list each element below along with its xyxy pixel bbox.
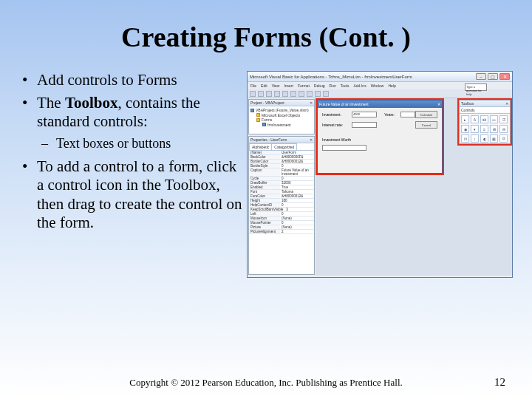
property-value[interactable]: 0 (280, 203, 314, 207)
toolbox-control-icon[interactable]: ▾ (471, 125, 479, 133)
toolbox-control-icon[interactable]: ◉ (461, 125, 469, 133)
property-name: PictureAlignment (249, 230, 280, 233)
userform-close-icon[interactable]: ✕ (437, 102, 440, 106)
toolbar-icon[interactable] (282, 91, 288, 97)
panel-close-icon[interactable]: ✕ (310, 137, 313, 142)
menu-help[interactable]: Help (388, 83, 395, 88)
property-name: MousePointer (249, 221, 280, 225)
toolbar-icon[interactable] (307, 91, 313, 97)
property-value[interactable]: 3 (284, 208, 314, 211)
toolbox-control-icon[interactable]: ↕ (471, 134, 479, 143)
userform-body[interactable]: Investment: 4000 Interest rate: Years: C… (318, 108, 442, 173)
property-value[interactable]: &H8000000F& (280, 155, 314, 159)
toolbox-control-icon[interactable]: ▸ (461, 115, 469, 123)
property-name: Height (249, 199, 280, 202)
property-value[interactable]: 0 (280, 164, 314, 168)
menu-tools[interactable]: Tools (341, 83, 349, 88)
toolbox-control-icon[interactable]: ▭ (490, 115, 498, 123)
property-value[interactable]: Tahoma (280, 190, 314, 194)
property-value[interactable]: 180 (280, 199, 314, 202)
bullet-2-bold: Toolbox (65, 94, 118, 112)
input-interest[interactable] (352, 122, 377, 128)
userform-designer[interactable]: Future Value of an Investment ✕ Investme… (317, 100, 443, 174)
toolbox-control-icon[interactable]: ☑ (499, 115, 508, 123)
toolbox-control-icon[interactable]: ◐ (480, 134, 488, 143)
toolbox-control-icon[interactable]: ⊡ (461, 134, 469, 143)
property-row[interactable]: PictureAlignment2 (249, 230, 314, 234)
tree-item[interactable]: frmInvestment (267, 123, 291, 128)
menu-view[interactable]: View (272, 83, 280, 88)
property-value[interactable]: True (280, 185, 314, 189)
panel-close-icon[interactable]: ✕ (505, 101, 508, 106)
menu-window[interactable]: Window (371, 83, 384, 88)
button-calculate[interactable]: Calculate (415, 111, 437, 118)
menu-addins[interactable]: Add-Ins (353, 83, 366, 88)
close-button[interactable]: ✕ (499, 73, 510, 80)
toolbox-control-icon[interactable]: ab (480, 115, 488, 123)
property-value[interactable]: (None) (280, 225, 314, 229)
label-investment: Investment: (322, 112, 341, 117)
property-grid[interactable]: (Name)UserFormBackColor&H8000000F&Border… (249, 151, 314, 234)
menu-insert[interactable]: Insert (284, 83, 293, 88)
project-tree[interactable]: VBAProject (Future_Value.xlsm) Microsoft… (249, 106, 314, 129)
toolbar-icon[interactable] (315, 91, 321, 97)
property-value[interactable]: UserForm (280, 151, 314, 154)
input-investment[interactable]: 4000 (352, 112, 377, 117)
toolbar-icon[interactable] (274, 91, 280, 97)
property-name: DrawBuffer (249, 181, 280, 185)
toolbox-control-icon[interactable]: ≡ (480, 125, 488, 133)
property-value[interactable]: (None) (280, 216, 314, 220)
minimize-button[interactable]: – (476, 73, 486, 80)
toolbox-control-icon[interactable]: ▦ (490, 134, 498, 143)
toolbox-tab[interactable]: Controls (460, 107, 510, 114)
toolbar-icon[interactable] (323, 91, 329, 97)
output-worth[interactable] (322, 145, 366, 151)
toolbox-panel: Toolbox ✕ Controls ▸Aab▭☑◉▾≡⊞⊟⊡↕◐▦⧉ (459, 100, 511, 144)
copyright-footer: Copyright © 2012 Pearson Education, Inc.… (0, 377, 532, 389)
help-search-box[interactable]: Type a question for help (465, 83, 487, 91)
toolbox-control-icon[interactable]: A (471, 115, 479, 123)
property-value[interactable]: 32000 (280, 181, 314, 185)
maximize-button[interactable]: ▢ (488, 73, 498, 80)
property-tabs: Alphabetic Categorized (249, 143, 314, 151)
toolbox-control-icon[interactable]: ⧉ (499, 134, 508, 143)
panel-close-icon[interactable]: ✕ (310, 100, 313, 105)
property-value[interactable]: 0 (280, 177, 314, 180)
property-name: ForeColor (249, 194, 280, 198)
property-row[interactable]: CaptionFuture Value of an Investment (249, 168, 314, 177)
property-name: BackColor (249, 155, 280, 159)
property-value[interactable]: Future Value of an Investment (280, 168, 314, 176)
menu-edit[interactable]: Edit (261, 83, 267, 88)
toolbar-icon[interactable] (266, 91, 272, 97)
property-value[interactable]: 2 (280, 230, 314, 233)
property-name: Cycle (249, 177, 280, 180)
tab-categorized[interactable]: Categorized (271, 143, 297, 150)
input-years[interactable] (400, 112, 415, 117)
button-cancel[interactable]: Cancel (415, 121, 437, 129)
toolbox-control-icon[interactable]: ⊞ (490, 125, 498, 133)
menu-run[interactable]: Run (330, 83, 336, 88)
toolbox-control-icon[interactable]: ⊟ (499, 125, 508, 133)
bullet-3: To add a control to a form, click a cont… (21, 157, 242, 232)
property-value[interactable]: &H80000012& (280, 194, 314, 198)
sub-bullet-1: Text boxes or buttons (21, 136, 242, 152)
property-value[interactable]: 0 (280, 221, 314, 225)
toolbar-icon[interactable] (250, 91, 256, 97)
menu-file[interactable]: File (250, 83, 256, 88)
bullet-1: Add controls to Forms (21, 71, 242, 89)
label-years: Years: (384, 112, 395, 117)
property-value[interactable]: 0 (280, 212, 314, 216)
tab-alphabetic[interactable]: Alphabetic (249, 143, 272, 150)
toolbar-icon[interactable] (299, 91, 304, 97)
toolbar-icon[interactable] (258, 91, 264, 97)
vba-toolbar: Type a question for help (248, 89, 512, 98)
property-value[interactable]: &H80000012& (280, 160, 314, 163)
menu-debug[interactable]: Debug (314, 83, 325, 88)
form-icon (262, 123, 266, 126)
menu-format[interactable]: Format (298, 83, 310, 88)
bullet-2: The Toolbox, contains the standard contr… (21, 94, 242, 131)
userform-title-text: Future Value of an Investment (319, 102, 369, 106)
toolbar-icon[interactable] (290, 91, 296, 97)
property-name: Enabled (249, 185, 280, 189)
left-panels: Project - VBAProject ✕ VBAProject (Futur… (248, 98, 316, 276)
